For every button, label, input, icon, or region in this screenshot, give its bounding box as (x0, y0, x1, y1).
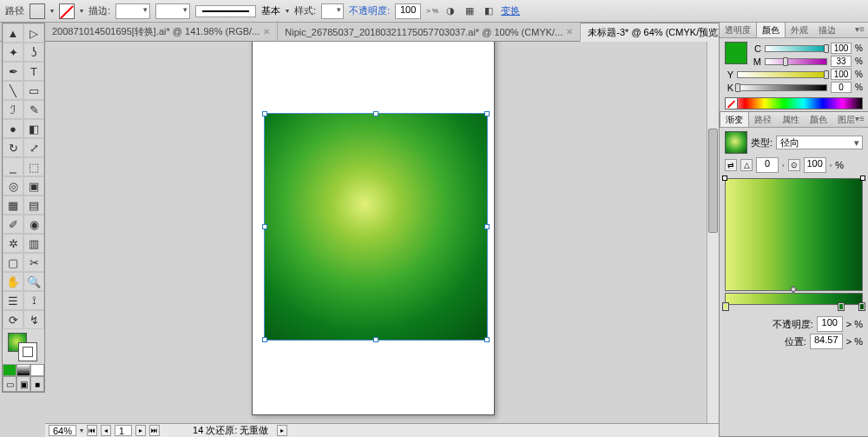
channel-slider[interactable] (737, 84, 827, 91)
doc-tab-2[interactable]: 未标题-3* @ 64% (CMYK/预览)✕ (581, 23, 740, 42)
line-tool-icon[interactable]: ╲ (3, 81, 23, 100)
paintbrush-tool-icon[interactable]: ℐ (3, 100, 23, 119)
resize-handle[interactable] (373, 337, 378, 342)
presentation-icon[interactable]: ■ (30, 376, 44, 392)
rectangle-tool-icon[interactable]: ▭ (23, 81, 44, 100)
slider-thumb[interactable] (824, 44, 829, 53)
stroke-swatch-none[interactable] (59, 3, 75, 19)
resize-handle[interactable] (262, 337, 267, 342)
stroke-profile[interactable] (195, 5, 256, 17)
gradient-stop[interactable] (838, 302, 845, 311)
free-transform-tool-icon[interactable]: ⬚ (23, 157, 44, 176)
gradient-mode-icon[interactable] (16, 364, 30, 376)
type-tool-icon[interactable]: T (23, 62, 44, 81)
normal-screen-icon[interactable]: ▭ (3, 376, 16, 392)
slice-tool-icon[interactable]: ✂ (23, 253, 44, 272)
eyedropper-tool-icon[interactable]: ✐ (3, 215, 23, 234)
isolate-icon[interactable]: ◧ (482, 4, 496, 18)
slider-thumb[interactable] (735, 83, 740, 92)
pencil-tool-icon[interactable]: ✎ (23, 100, 44, 119)
gradient-ramp[interactable] (725, 293, 863, 305)
graphic-style-select[interactable] (321, 3, 344, 19)
opacity-label[interactable]: 不透明度: (349, 4, 390, 17)
tab-color2[interactable]: 颜色 (805, 112, 832, 127)
stop-opacity-input[interactable]: 100 (817, 316, 843, 332)
tab-appearance[interactable]: 外观 (786, 23, 813, 37)
slider-thumb[interactable] (824, 70, 829, 79)
graph-tool-icon[interactable]: ▥ (23, 234, 44, 253)
channel-value[interactable]: 100 (831, 69, 852, 80)
none-mode-icon[interactable] (30, 364, 44, 376)
angle-input[interactable]: 0 (756, 157, 779, 173)
angle-stepper[interactable]: › (782, 162, 785, 169)
resize-handle[interactable] (484, 111, 490, 116)
stroke-menu-arrow[interactable]: ▾ (80, 7, 83, 15)
close-icon[interactable]: ✕ (566, 27, 573, 36)
scale-tool-icon[interactable]: ⤢ (23, 138, 44, 157)
channel-value[interactable]: 33 (831, 56, 852, 67)
eraser-tool-icon[interactable]: ◧ (23, 119, 44, 138)
pen-tool-icon[interactable]: ✒ (3, 62, 23, 81)
fill-stroke-block[interactable] (3, 329, 44, 364)
channel-value[interactable]: 100 (831, 43, 852, 54)
misc-tool-2-icon[interactable]: ↯ (23, 310, 44, 329)
tab-attributes[interactable]: 属性 (777, 112, 805, 127)
tab-stroke[interactable]: 描边 (813, 23, 841, 37)
rotate-tool-icon[interactable]: ↻ (3, 138, 23, 157)
resize-handle[interactable] (484, 337, 490, 342)
slider-thumb[interactable] (783, 57, 788, 66)
spectrum-bar[interactable] (725, 97, 863, 109)
opacity-input[interactable]: 100 (395, 3, 421, 19)
selected-object[interactable] (264, 113, 488, 341)
stroke-weight-select[interactable] (115, 3, 150, 19)
transform-link[interactable]: 变换 (501, 4, 520, 17)
tab-path[interactable]: 路径 (749, 112, 777, 127)
gradient-type-select[interactable]: 径向 (776, 136, 863, 149)
next-artboard-icon[interactable]: ▸ (135, 425, 146, 436)
lasso-tool-icon[interactable]: ʖ (23, 43, 44, 62)
measure-tool-icon[interactable]: ⟟ (23, 291, 44, 310)
resize-handle[interactable] (262, 224, 267, 229)
stroke-color-icon[interactable] (18, 342, 37, 361)
full-screen-icon[interactable]: ▣ (16, 376, 30, 392)
current-color-swatch[interactable] (725, 42, 747, 64)
gradient-stop[interactable] (722, 302, 729, 311)
resize-handle[interactable] (373, 111, 378, 116)
misc-tool-1-icon[interactable]: ⟳ (3, 310, 23, 329)
gradient-stop[interactable] (858, 302, 865, 311)
print-tiling-tool-icon[interactable]: ☰ (3, 291, 23, 310)
close-icon[interactable]: ✕ (263, 27, 270, 36)
hand-tool-icon[interactable]: ✋ (3, 272, 23, 291)
doc-tab-0[interactable]: 200871014501695[转换].ai* @ 141.98% (RGB/.… (45, 23, 278, 42)
resize-handle[interactable] (262, 111, 267, 116)
gradient-preview[interactable] (725, 178, 863, 291)
stop-location-input[interactable]: 84.57 (810, 334, 843, 349)
fill-menu-arrow[interactable]: ▾ (50, 7, 54, 15)
scroll-thumb[interactable] (708, 129, 718, 233)
stroke-style-arrow[interactable]: ▾ (286, 7, 289, 15)
aspect-stepper[interactable]: › (830, 162, 832, 169)
reverse-gradient-icon[interactable]: ⇄ (725, 159, 737, 171)
symbol-tool-icon[interactable]: ✲ (3, 234, 23, 253)
panel-menu-icon[interactable]: ▾≡ (855, 24, 865, 34)
vertical-scrollbar[interactable] (707, 42, 719, 423)
fill-swatch[interactable] (30, 3, 45, 19)
gradient-swatch[interactable] (725, 131, 747, 154)
none-color-icon[interactable] (726, 98, 738, 109)
zoom-select[interactable]: 64% (49, 425, 76, 436)
panel-menu-icon[interactable]: ▾≡ (855, 114, 865, 123)
canvas-area[interactable] (45, 42, 719, 423)
mesh-tool-icon[interactable]: ▦ (3, 195, 23, 215)
channel-value[interactable]: 0 (831, 82, 852, 93)
prev-artboard-icon[interactable]: ◂ (101, 425, 111, 436)
selection-tool-icon[interactable]: ▲ (3, 23, 23, 43)
first-artboard-icon[interactable]: ⏮ (87, 425, 97, 436)
width-tool-icon[interactable]: ⎯ (3, 157, 23, 176)
tab-gradient[interactable]: 渐变 (720, 112, 749, 127)
zoom-tool-icon[interactable]: 🔍 (23, 272, 44, 291)
blob-brush-tool-icon[interactable]: ● (3, 119, 23, 138)
brush-select[interactable] (155, 3, 190, 19)
recolor-icon[interactable]: ◑ (444, 4, 457, 18)
shape-builder-tool-icon[interactable]: ◎ (3, 176, 23, 195)
direct-selection-tool-icon[interactable]: ▷ (23, 23, 44, 43)
